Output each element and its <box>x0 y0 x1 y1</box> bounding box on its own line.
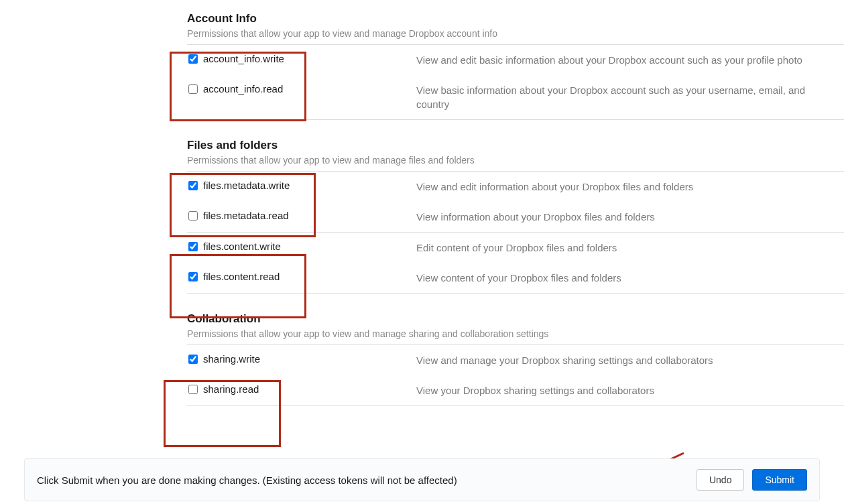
permission-desc: View basic information about your Dropbo… <box>416 83 844 111</box>
section-title: Collaboration <box>187 312 844 326</box>
permission-desc: View and edit basic information about yo… <box>416 53 844 67</box>
permission-checkbox[interactable] <box>188 54 198 64</box>
permission-row: files.metadata.writeView and edit inform… <box>187 172 844 202</box>
footer-bar: Click Submit when you are done making ch… <box>24 458 820 501</box>
permission-checkbox[interactable] <box>188 355 198 364</box>
permission-name: sharing.write <box>203 353 260 365</box>
permission-desc: View and edit information about your Dro… <box>416 180 844 194</box>
permission-desc: Edit content of your Dropbox files and f… <box>416 241 844 255</box>
permission-name: files.content.write <box>203 241 281 252</box>
section-desc: Permissions that allow your app to view … <box>187 155 844 166</box>
permission-checkbox[interactable] <box>188 242 198 251</box>
section-desc: Permissions that allow your app to view … <box>187 28 844 39</box>
undo-button[interactable]: Undo <box>697 469 744 491</box>
permission-desc: View your Dropbox sharing settings and c… <box>416 383 844 397</box>
permission-name: sharing.read <box>203 383 259 395</box>
permission-row: account_info.readView basic information … <box>187 75 844 119</box>
permission-name: files.metadata.write <box>203 180 290 191</box>
permission-row: sharing.readView your Dropbox sharing se… <box>187 375 844 405</box>
permission-row: files.content.readView content of your D… <box>187 263 844 293</box>
section-desc: Permissions that allow your app to view … <box>187 328 844 339</box>
footer-text: Click Submit when you are done making ch… <box>37 475 697 486</box>
permission-desc: View and manage your Dropbox sharing set… <box>416 353 844 367</box>
permission-checkbox[interactable] <box>188 385 198 394</box>
permission-name: files.metadata.read <box>203 210 289 221</box>
section-title: Files and folders <box>187 139 844 152</box>
permission-row: account_info.writeView and edit basic in… <box>187 45 844 75</box>
permission-row: files.metadata.readView information abou… <box>187 202 844 232</box>
permission-checkbox[interactable] <box>188 84 198 94</box>
permission-desc: View content of your Dropbox files and f… <box>416 271 844 285</box>
permission-checkbox[interactable] <box>188 272 198 281</box>
permission-desc: View information about your Dropbox file… <box>416 210 844 224</box>
section-title: Account Info <box>187 12 844 25</box>
permission-name: account_info.write <box>203 53 284 64</box>
divider <box>187 405 844 406</box>
permission-row: sharing.writeView and manage your Dropbo… <box>187 345 844 375</box>
submit-button[interactable]: Submit <box>752 469 807 491</box>
permission-name: files.content.read <box>203 271 280 282</box>
permission-row: files.content.writeEdit content of your … <box>187 233 844 263</box>
permission-name: account_info.read <box>203 83 283 94</box>
permission-checkbox[interactable] <box>188 181 198 190</box>
permission-checkbox[interactable] <box>188 211 198 220</box>
